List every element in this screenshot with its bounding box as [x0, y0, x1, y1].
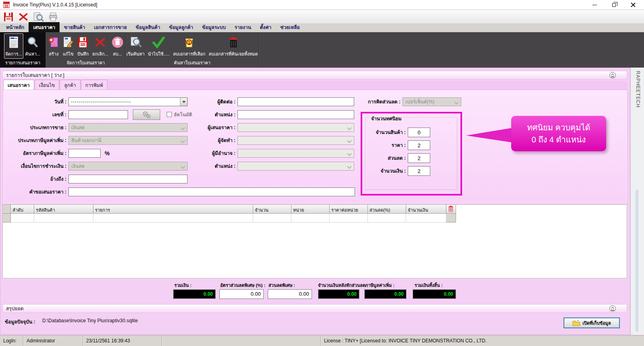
close-button[interactable]: [624, 0, 642, 10]
position1-input[interactable]: [237, 110, 354, 119]
col-delete[interactable]: [446, 205, 456, 214]
after-discount-label: จำนวนเงินหลังหักส่วนลด :: [318, 282, 368, 289]
menu-tab-home[interactable]: หน้าหลัก: [2, 22, 29, 32]
grid-selector-header: [3, 205, 11, 214]
tab-printing[interactable]: การพิมพ์: [81, 80, 107, 90]
ribbon-group-manage-quote: สร้าง แก้ไข บันทึก ยกเลิก... ลบ...: [46, 32, 126, 68]
col-discount[interactable]: ส่วนลด(%): [368, 205, 406, 214]
grid-header-row: ลำดับ รหัสสินค้า รายการ จำนวน หน่วย ราคา…: [3, 205, 627, 214]
menu-bar: หน้าหลัก เสนอราคา ขายสินค้า เอกสารการขาย…: [0, 23, 644, 32]
special-discount-input[interactable]: 0.00: [268, 289, 312, 299]
search-quotes-button[interactable]: ค้นหา...: [24, 33, 41, 59]
license-text: License : TINY+ [Licensed to: INVOICE TI…: [321, 336, 644, 346]
date-combobox[interactable]: ------------------------------: [68, 97, 188, 106]
preparer-dropdown[interactable]: [237, 136, 354, 145]
vat-amount-label: ภาษีมูลค่าเพิ่ม :: [365, 282, 394, 289]
auto-number-checkbox[interactable]: [167, 112, 172, 117]
side-panel-splitter[interactable]: [636, 190, 638, 332]
ribbon-group-search-quote: เริ่มค้นหา นำไปใช้..... 1 ลบเอกสารที่เลื…: [126, 32, 259, 68]
special-discount-rate-input[interactable]: 0.00: [219, 289, 264, 299]
delete-selected-button[interactable]: 1 ลบเอกสารที่เลือก: [172, 33, 207, 59]
col-unit[interactable]: หน่วย: [291, 205, 330, 214]
vat-type-dropdown[interactable]: สินค้าแยกภาษี: [68, 136, 188, 145]
menu-tab-customer-data[interactable]: ข้อมูลลูกค้า: [165, 22, 198, 32]
preview-icon: [33, 12, 44, 22]
reference-input[interactable]: [68, 175, 188, 183]
summary-bar: สรุปยอด: [2, 304, 627, 313]
items-grid[interactable]: ลำดับ รหัสสินค้า รายการ จำนวน หน่วย ราคา…: [2, 204, 627, 278]
col-item[interactable]: รายการ: [93, 205, 253, 214]
cancel-button[interactable]: ยกเลิก...: [91, 33, 109, 59]
callout-line1: ทศนิยม ควบคุมได้: [527, 122, 590, 134]
quick-print-button[interactable]: [47, 11, 59, 23]
menu-tab-sales-documents[interactable]: เอกสารการขาย: [89, 22, 131, 32]
menu-tab-system-data[interactable]: ข้อมูลระบบ: [198, 22, 230, 32]
quote-request-input[interactable]: [68, 187, 355, 196]
col-code[interactable]: รหัสสินค้า: [34, 205, 93, 214]
number-input[interactable]: [68, 110, 128, 119]
discount-method-dropdown[interactable]: เปอร์เซ็นต์(%): [402, 97, 461, 106]
panel-header: รายการใบเสนอราคา [ ว่าง ]: [2, 71, 627, 80]
open-data-folder-button[interactable]: เปิดที่เก็บข้อมูล: [564, 317, 620, 328]
ribbon-group-label: จัดการใบเสนอราคา: [46, 59, 125, 66]
decimal-discount-label: ส่วนลด :: [365, 154, 406, 163]
grid-empty-row[interactable]: [3, 214, 627, 222]
create-button[interactable]: สร้าง: [47, 33, 60, 59]
col-qty[interactable]: จำนวน: [253, 205, 291, 214]
decimal-discount-input[interactable]: [408, 153, 430, 163]
quote-request-label: คำขอเสนอราคา :: [2, 187, 66, 196]
discount-method-label: การคิดส่วนลด :: [352, 97, 400, 106]
authorizer-dropdown[interactable]: [237, 149, 354, 158]
number-generate-button[interactable]: [133, 109, 160, 120]
ribbon-group-label: รายการเสนอราคา: [0, 59, 45, 66]
vat-rate-input[interactable]: [68, 149, 101, 158]
menu-tab-settings[interactable]: ตั้งค่า: [256, 22, 276, 32]
decimal-qty-input[interactable]: [408, 128, 430, 137]
col-unitprice[interactable]: ราคาต่อหน่วย: [330, 205, 368, 214]
delete-all-found-button[interactable]: ลบเอกสารที่ค้นเจอทั้งหมด: [207, 33, 259, 59]
start-search-button[interactable]: เริ่มค้นหา: [125, 33, 146, 59]
menu-tab-quotation[interactable]: เสนอราคา: [29, 22, 60, 32]
quick-delete-button[interactable]: [17, 11, 29, 23]
row-selector-cell[interactable]: [3, 214, 11, 222]
apply-button[interactable]: นำไปใช้.....: [147, 33, 171, 59]
reference-label: อ้างถึง :: [2, 175, 66, 183]
quick-preview-button[interactable]: [32, 11, 44, 23]
folder-icon: [572, 319, 580, 326]
delete-button[interactable]: ลบ...: [110, 33, 125, 59]
ribbon-group-label: ค้นหาใบเสนอราคา: [126, 59, 258, 66]
position2-dropdown[interactable]: [237, 162, 354, 171]
sale-type-dropdown[interactable]: เงินสด: [68, 123, 188, 132]
col-amount[interactable]: จำนวนเงิน: [406, 205, 446, 214]
save-button[interactable]: บันทึก: [76, 33, 90, 59]
restore-button[interactable]: [605, 0, 623, 10]
quote-tabstrip: เสนอราคา เงื่อนไข ลูกค้า การพิมพ์: [3, 81, 627, 90]
edit-button[interactable]: แก้ไข: [61, 33, 75, 59]
quick-save-button[interactable]: [2, 11, 14, 23]
minimize-button[interactable]: [585, 0, 604, 10]
decimal-amount-input[interactable]: [408, 166, 430, 176]
manage-quotes-button[interactable]: จัดการ...: [4, 33, 23, 59]
tab-customer[interactable]: ลูกค้า: [60, 80, 80, 90]
menu-tab-help[interactable]: ช่วยเหลือ: [276, 22, 304, 32]
payment-terms-dropdown[interactable]: เงินสด: [68, 162, 188, 171]
col-order[interactable]: ลำดับ: [11, 205, 34, 214]
tab-conditions[interactable]: เงื่อนไข: [35, 80, 60, 90]
menu-tab-product-data[interactable]: ข้อมูลสินค้า: [131, 22, 165, 32]
tab-quotation[interactable]: เสนอราคา: [3, 80, 34, 90]
contact-input[interactable]: [237, 97, 354, 106]
side-panel-title: RAPHEETECH: [635, 71, 641, 108]
collapse-panel-button[interactable]: [609, 72, 616, 78]
database-path: D:\Database\Invoice Tiny Plus\raptiv30.s…: [42, 318, 138, 323]
quoter-label: ผู้เสนอราคา :: [175, 123, 235, 132]
printer-icon: [48, 12, 58, 22]
sale-type-label: ประเภทการขาย :: [2, 123, 66, 132]
expand-summary-button[interactable]: [609, 305, 616, 312]
title-bar: Invoice Tiny(Plus) V.1.0.4.15 [Licensed]: [0, 0, 644, 10]
number-label: เลขที่ :: [2, 110, 66, 119]
menu-tab-reports[interactable]: รายงาน: [230, 22, 256, 32]
total-value: 0.00: [173, 289, 216, 299]
quoter-dropdown[interactable]: [237, 123, 354, 132]
decimal-price-input[interactable]: [408, 140, 430, 150]
menu-tab-sales[interactable]: ขายสินค้า: [60, 22, 89, 32]
